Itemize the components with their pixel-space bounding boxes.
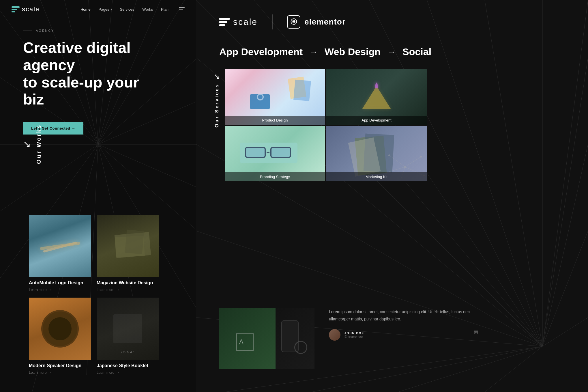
svg-line-8 xyxy=(98,144,196,202)
logo-icon xyxy=(12,5,20,13)
service-label-branding: Branding Strategy xyxy=(225,172,325,181)
nav-pages[interactable]: Pages ▾ xyxy=(99,7,112,12)
work-link-1[interactable]: Learn more → xyxy=(29,288,91,292)
left-panel: scale Home Pages ▾ Services Works Plan A… xyxy=(0,0,196,392)
services-grid: Product Design App Development xyxy=(225,69,427,181)
brands-row: scale ⓔ elementor xyxy=(219,14,346,29)
testimonial-avatar xyxy=(329,329,340,341)
brand-elementor: ⓔ elementor xyxy=(287,15,346,29)
testimonial-author-name: JOHN DOE xyxy=(344,332,364,335)
nav-services[interactable]: Services xyxy=(120,7,134,12)
our-services-section: ↘ Our Services Product Design xyxy=(214,69,427,181)
hamburger-menu-icon[interactable] xyxy=(179,7,185,11)
logo-layer-2 xyxy=(12,9,17,10)
our-works-header: ↘ Our Works xyxy=(23,124,42,164)
hero-title: Creative digital agency to scale-up your… xyxy=(23,39,162,108)
work-item-1: AutoMobile Logo Design Learn more → xyxy=(29,215,91,292)
work-title-1: AutoMobile Logo Design xyxy=(29,280,91,285)
testimonial-photo-1: Λ xyxy=(219,308,276,369)
work-title-2: Magazine Website Design xyxy=(97,280,159,285)
nav-plan[interactable]: Plan xyxy=(161,7,168,12)
pages-chevron-icon: ▾ xyxy=(111,8,112,11)
testimonial-author-row: JOHN DOE Entrepreneur ❞ xyxy=(329,329,479,341)
svg-line-40 xyxy=(542,0,588,346)
services-side-label: ↘ Our Services xyxy=(214,69,220,128)
testimonial-quote-mark: ❞ xyxy=(473,329,479,340)
our-works-rotated-label: Our Works xyxy=(35,124,42,164)
nav-home[interactable]: Home xyxy=(80,7,91,12)
service-card-product-design[interactable]: Product Design xyxy=(225,69,325,125)
services-arrow-diag-icon: ↘ xyxy=(214,72,220,81)
work-item-2: Magazine Website Design Learn more → xyxy=(97,215,159,292)
work-link-4[interactable]: Learn more → xyxy=(97,371,159,375)
nav-links: Home Pages ▾ Services Works Plan xyxy=(80,7,185,12)
testimonial-content: Lorem ipsum dolor sit amet, consectetur … xyxy=(329,308,479,341)
svg-point-48 xyxy=(420,156,422,158)
ticker-web-design: Web Design xyxy=(325,46,381,57)
work-item-4: IKIGAI Japanese Style Booklet Learn more… xyxy=(97,298,159,375)
service-card-marketing[interactable]: Marketing Kit xyxy=(326,126,427,181)
right-panel: scale ⓔ elementor App Development → Web … xyxy=(196,0,588,392)
our-services-vert-label: Our Services xyxy=(214,83,220,128)
work-link-3[interactable]: Learn more → xyxy=(29,371,91,375)
brand-separator xyxy=(272,14,273,29)
scale-brand-text: scale xyxy=(233,17,258,27)
ticker-social: Social xyxy=(402,46,431,57)
scale-logo-icon xyxy=(219,17,230,27)
logo-layer-3 xyxy=(12,11,15,12)
testimonial-section: Λ Lorem ipsum dolor sit amet, consectetu… xyxy=(219,308,571,369)
hero-section: AGENCY Creative digital agency to scale-… xyxy=(23,29,162,135)
logo-text: scale xyxy=(22,5,40,13)
ticker-arrow-1: → xyxy=(310,47,318,57)
service-label-marketing: Marketing Kit xyxy=(326,172,427,181)
work-title-3: Modern Speaker Design xyxy=(29,363,91,368)
svg-line-43 xyxy=(405,157,421,167)
works-grid: AutoMobile Logo Design Learn more → Maga… xyxy=(29,215,159,380)
service-label-app: App Development xyxy=(326,116,427,125)
work-item-3: Modern Speaker Design Learn more → xyxy=(29,298,91,375)
works-arrow-icon: ↘ xyxy=(23,139,31,150)
hero-label-line xyxy=(23,31,32,31)
work-link-2[interactable]: Learn more → xyxy=(97,288,159,292)
svg-line-28 xyxy=(542,58,588,346)
work-image-speaker xyxy=(29,298,91,360)
svg-line-25 xyxy=(427,0,542,346)
nav-logo[interactable]: scale xyxy=(12,5,40,13)
ticker-app-dev: App Development xyxy=(219,46,303,57)
ticker-arrow-2: → xyxy=(387,47,396,57)
service-label-product: Product Design xyxy=(225,116,325,125)
work-image-booklet: IKIGAI xyxy=(97,298,159,360)
hero-label: AGENCY xyxy=(23,29,162,32)
navbar: scale Home Pages ▾ Services Works Plan xyxy=(0,0,196,18)
svg-point-47 xyxy=(388,154,390,156)
svg-line-42 xyxy=(389,155,405,167)
testimonial-author-role: Entrepreneur xyxy=(344,335,364,338)
service-card-app-dev[interactable]: App Development xyxy=(326,69,427,125)
work-image-magazine xyxy=(97,215,159,277)
svg-line-26 xyxy=(485,0,542,346)
services-ticker: App Development → Web Design → Social xyxy=(219,46,431,57)
elementor-logo-icon: ⓔ xyxy=(287,15,300,29)
nav-works[interactable]: Works xyxy=(142,7,153,12)
testimonial-quote-text: Lorem ipsum dolor sit amet, consectetur … xyxy=(329,308,479,323)
brand-scale: scale xyxy=(219,17,258,27)
work-image-auto-logo xyxy=(29,215,91,277)
testimonial-author-info: JOHN DOE Entrepreneur xyxy=(344,332,364,338)
svg-line-44 xyxy=(386,167,405,173)
service-card-branding[interactable]: Branding Strategy xyxy=(225,126,325,181)
logo-layer-1 xyxy=(12,6,20,8)
elementor-brand-text: elementor xyxy=(304,17,346,27)
testimonial-photos: Λ xyxy=(219,308,314,369)
work-title-4: Japanese Style Booklet xyxy=(97,363,159,368)
